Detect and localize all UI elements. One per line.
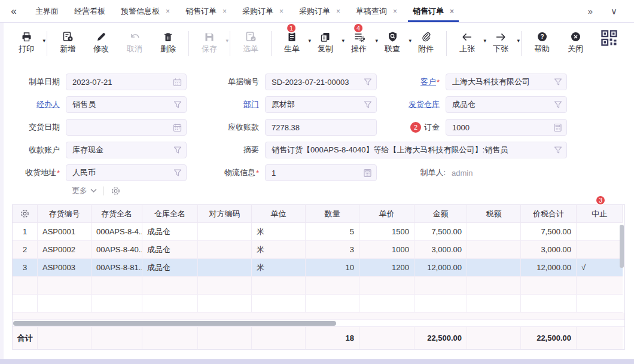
cell[interactable] [577, 295, 623, 313]
cell[interactable] [414, 295, 467, 313]
cell[interactable] [142, 277, 198, 295]
cell[interactable]: 7,500.00 [521, 223, 577, 241]
cell[interactable]: 米 [252, 259, 306, 277]
cell[interactable] [577, 241, 623, 259]
dropdown-caret-icon[interactable]: ▾ [42, 38, 45, 44]
cell[interactable] [577, 223, 623, 241]
cell[interactable]: ASP0001 [38, 223, 92, 241]
customer-label-text[interactable]: 客户 [420, 77, 436, 87]
delivery-date-input[interactable] [66, 119, 187, 136]
actions-button[interactable]: 4操作▾ [346, 30, 372, 53]
department-input[interactable]: 原材部 [265, 96, 377, 113]
cell[interactable] [198, 241, 252, 259]
cell[interactable]: 成品仓 [142, 241, 198, 259]
cell[interactable] [198, 223, 252, 241]
table-row-1[interactable]: 1ASP0001000APS-8-4...成品仓米515007,500.007,… [13, 223, 624, 241]
cell[interactable]: 2 [13, 241, 38, 259]
tab-item-0[interactable]: 主界面 [28, 0, 66, 22]
receivable-input[interactable]: 7278.38 [265, 119, 377, 136]
filter-icon[interactable] [173, 146, 182, 154]
cell[interactable]: 3 [13, 259, 38, 277]
close-tab-icon[interactable]: × [393, 8, 397, 15]
cell[interactable] [142, 295, 198, 313]
dropdown-caret-icon[interactable]: ▾ [342, 38, 345, 44]
calendar-icon[interactable] [173, 123, 182, 132]
filter-icon[interactable] [554, 146, 562, 154]
dropdown-caret-icon[interactable]: ▾ [409, 38, 412, 44]
linked-query-button[interactable]: 联查▾ [379, 30, 406, 53]
cell[interactable] [306, 295, 359, 313]
cell[interactable]: 3,000.00 [521, 241, 577, 259]
close-tab-icon[interactable]: × [166, 8, 170, 15]
receipt-account-input[interactable]: 库存现金 [66, 142, 187, 158]
cell[interactable]: 3 [306, 241, 359, 259]
prev-record-button[interactable]: 上张▾ [454, 30, 480, 53]
cell[interactable]: 000APS-8-4... [92, 223, 142, 241]
close-tab-icon[interactable]: × [279, 8, 284, 15]
customer-input[interactable]: 上海大马科技有限公司 [446, 74, 567, 90]
dropdown-caret-icon[interactable]: ▾ [308, 38, 311, 44]
tab-item-6[interactable]: 草稿查询× [348, 0, 405, 22]
cell[interactable] [521, 295, 577, 313]
table-settings-gear-icon[interactable] [20, 209, 30, 219]
delete-button[interactable]: 删除 [155, 30, 181, 53]
tab-item-4[interactable]: 采购订单× [234, 0, 291, 22]
cell[interactable]: 7,500.00 [414, 223, 467, 241]
col-header-0[interactable] [13, 205, 38, 223]
cell[interactable]: 12,000.00 [414, 259, 467, 277]
cell[interactable] [13, 277, 38, 295]
cell[interactable] [252, 277, 306, 295]
table-row-3[interactable]: 3ASP000300APS-8-81...成品仓米10120012,000.00… [13, 259, 624, 277]
cell[interactable] [359, 295, 414, 313]
cell[interactable]: ASP0002 [38, 241, 92, 259]
tab-item-1[interactable]: 经营看板 [66, 0, 113, 22]
filter-icon[interactable] [364, 78, 372, 86]
collapse-tabs-button[interactable]: « [0, 0, 28, 22]
horizontal-scrollbar-track[interactable] [13, 320, 624, 327]
cell[interactable] [198, 277, 252, 295]
department-label-text[interactable]: 部门 [243, 99, 259, 110]
cell[interactable] [252, 295, 306, 313]
next-record-button[interactable]: 下张▾ [487, 30, 514, 53]
logistics-info-input[interactable]: 1 [265, 164, 377, 181]
tab-item-3[interactable]: 销售订单× [178, 0, 234, 22]
cell[interactable]: 00APS-8-40... [92, 241, 142, 259]
generate-order-button[interactable]: 1生单▾ [279, 30, 305, 53]
summary-input[interactable]: 销售订货【000APS-8-4040】等给【上海大马科技有限公司】:销售员 [265, 142, 567, 158]
cell[interactable]: 米 [252, 241, 306, 259]
close-button[interactable]: 关闭 [562, 30, 589, 53]
cell[interactable] [38, 277, 92, 295]
doc-date-input[interactable]: 2023-07-21 [66, 74, 187, 90]
cell[interactable]: 12,000.00 [521, 259, 577, 277]
dropdown-caret-icon[interactable]: ▾ [375, 38, 378, 44]
edit-button[interactable]: 修改 [88, 30, 114, 53]
cell[interactable]: 1 [13, 223, 38, 241]
cell[interactable] [467, 223, 521, 241]
cell[interactable] [359, 277, 414, 295]
form-settings-gear-icon[interactable] [111, 186, 121, 196]
calculator-icon[interactable] [363, 169, 372, 178]
cell[interactable]: 1200 [359, 259, 414, 277]
cell[interactable]: 5 [306, 223, 359, 241]
calculator-icon[interactable] [553, 123, 562, 132]
cell[interactable] [414, 277, 467, 295]
table-row-2[interactable]: 2ASP000200APS-8-40...成品仓米310003,000.003,… [13, 241, 624, 259]
cell[interactable] [198, 295, 252, 313]
table-row-5[interactable] [13, 295, 624, 313]
cell[interactable]: 00APS-8-81... [92, 259, 142, 277]
filter-icon[interactable] [554, 78, 562, 86]
filter-icon[interactable] [173, 169, 182, 177]
doc-number-input[interactable]: SD-2023-07-21-00003 [265, 74, 377, 90]
dropdown-caret-icon[interactable]: ▾ [483, 38, 486, 44]
filter-icon[interactable] [364, 100, 372, 109]
ship-warehouse-label-text[interactable]: 发货仓库 [409, 99, 440, 110]
cell[interactable]: √ [577, 259, 623, 277]
dropdown-caret-icon[interactable]: ▾ [517, 38, 520, 44]
cell[interactable] [13, 295, 38, 313]
tabs-overflow-icon[interactable]: » [588, 6, 593, 16]
cell[interactable] [92, 277, 142, 295]
tab-item-2[interactable]: 预警信息板× [113, 0, 178, 22]
cell[interactable]: 1000 [359, 241, 414, 259]
ship-warehouse-input[interactable]: 成品仓 [446, 96, 567, 113]
cell[interactable] [38, 295, 92, 313]
